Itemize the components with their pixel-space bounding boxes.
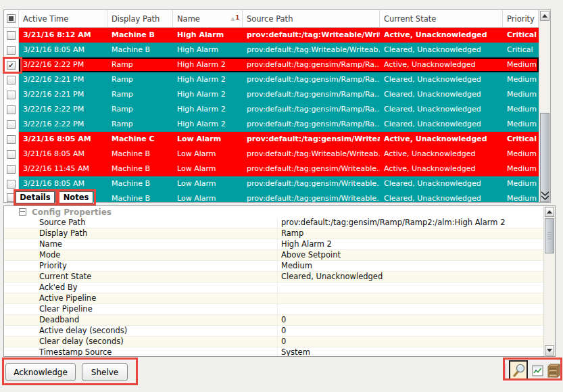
row-checkbox-cell[interactable] <box>4 176 19 191</box>
cell-source-path: prov:default:/tag:gensim/Ramp/Ra... <box>243 87 380 102</box>
property-name: Mode <box>4 250 277 260</box>
table-row[interactable]: 3/21/16 8:05 AM Machine B Low Alarm prov… <box>4 147 539 162</box>
row-checkbox[interactable] <box>7 31 16 40</box>
column-header-name[interactable]: Name ▲ 1 <box>173 10 243 27</box>
table-row[interactable]: 3/21/16 8:12 AM Machine B High Alarm pro… <box>4 28 539 43</box>
property-name: Deadband <box>4 315 277 325</box>
cell-display-path: Ramp <box>107 102 173 117</box>
table-row[interactable]: 3/21/16 8:05 AM Machine B Low Alarm prov… <box>4 176 539 191</box>
cell-active-time: 3/21/16 8:05 AM <box>19 132 107 147</box>
row-checkbox[interactable] <box>7 120 16 129</box>
config-properties-title: Config Properties <box>32 207 112 217</box>
cell-name: Low Alarm <box>173 191 243 202</box>
cell-priority: Medium <box>503 57 539 72</box>
cell-name: Low Alarm <box>173 132 243 147</box>
table-row[interactable]: 3/22/16 11:45 AM Machine B Low Alarm pro… <box>4 162 539 176</box>
property-value: Ramp <box>277 228 543 239</box>
row-checkbox[interactable] <box>7 165 16 174</box>
property-name: Timestamp Source <box>4 347 277 356</box>
row-checkbox-cell[interactable] <box>4 162 19 176</box>
shelf-button[interactable] <box>546 363 560 378</box>
cell-display-path: Machine C <box>107 132 173 147</box>
props-scrollbar-thumb[interactable] <box>545 218 554 253</box>
row-checkbox[interactable] <box>7 180 16 189</box>
property-name: Ack'ed By <box>4 283 277 293</box>
table-scrollbar-thumb[interactable] <box>540 113 549 202</box>
properties-scrollbar[interactable] <box>543 206 555 356</box>
table-row[interactable]: 3/21/16 8:05 AM Machine C Low Alarm prov… <box>4 132 539 147</box>
cell-priority: Medium <box>503 117 539 132</box>
property-value: 0 <box>277 326 543 336</box>
table-row[interactable]: 3/22/16 2:22 PM Ramp High Alarm 2 prov:d… <box>4 117 539 132</box>
scroll-up-button[interactable] <box>540 11 549 21</box>
property-name: Source Path <box>4 218 277 228</box>
cell-current-state: Active, Unacknowledged <box>380 162 503 176</box>
cell-display-path: Machine B <box>107 162 173 176</box>
config-properties-panel: Config Properties Source Path prov:defau… <box>3 205 556 357</box>
property-value: Above Setpoint <box>277 250 543 260</box>
select-all-checkbox[interactable] <box>7 14 16 23</box>
sort-ascending-icon: ▲ <box>230 16 235 22</box>
table-row[interactable]: 3/22/16 2:22 PM Ramp High Alarm 2 prov:d… <box>4 102 539 117</box>
cell-current-state: Cleared, Unacknowledged <box>380 43 503 57</box>
table-row[interactable]: 3/22/16 2:21 PM Ramp High Alarm 2 prov:d… <box>4 87 539 102</box>
property-row: Current State Cleared, Unacknowledged <box>4 272 543 283</box>
row-checkbox[interactable] <box>7 91 16 99</box>
table-row[interactable]: 3/22/16 2:21 PM Ramp High Alarm 2 prov:d… <box>4 72 539 87</box>
cell-priority: Medium <box>503 72 539 87</box>
magnifier-button[interactable] <box>509 360 528 381</box>
row-checkbox[interactable] <box>7 150 16 159</box>
row-checkbox-cell[interactable] <box>4 28 19 43</box>
cell-priority: Medium <box>503 87 539 102</box>
property-row: Active Pipeline <box>4 293 543 304</box>
row-checkbox[interactable]: ✔ <box>7 61 16 70</box>
property-row: Priority Medium <box>4 261 543 272</box>
cell-name: High Alarm 2 <box>173 72 243 87</box>
table-row[interactable]: ✔ 3/22/16 2:22 PM Ramp High Alarm 2 prov… <box>4 57 539 72</box>
property-value: 0 <box>277 337 543 347</box>
row-checkbox[interactable] <box>7 193 16 202</box>
row-checkbox-cell[interactable] <box>4 43 19 57</box>
chart-icon <box>532 365 544 377</box>
toolbar-separator <box>506 364 506 378</box>
row-checkbox[interactable] <box>7 76 16 84</box>
column-header-current-state[interactable]: Current State <box>380 10 503 27</box>
column-header-source-path[interactable]: Source Path <box>243 10 380 27</box>
shelve-button[interactable]: Shelve <box>82 363 128 381</box>
tab-notes[interactable]: Notes <box>59 191 93 203</box>
column-header-display-path[interactable]: Display Path <box>107 10 173 27</box>
select-all-checkbox-cell[interactable] <box>4 10 19 27</box>
acknowledge-button[interactable]: Acknowledge <box>5 363 76 381</box>
cell-active-time: 3/22/16 2:21 PM <box>19 72 107 87</box>
row-checkbox-cell[interactable] <box>4 117 19 132</box>
double-chevron-down-icon[interactable] <box>540 191 549 201</box>
column-header-active-time[interactable]: Active Time <box>19 10 107 27</box>
props-scroll-down-button[interactable] <box>545 345 554 356</box>
row-checkbox-cell[interactable]: ✔ <box>4 57 19 72</box>
row-checkbox-cell[interactable] <box>4 102 19 117</box>
collapse-icon[interactable] <box>19 208 26 216</box>
table-scrollbar[interactable] <box>539 10 550 202</box>
cell-priority: Medium <box>503 162 539 176</box>
row-checkbox-cell[interactable] <box>4 147 19 162</box>
cell-active-time: 3/21/16 8:05 AM <box>19 147 107 162</box>
row-checkbox-cell[interactable] <box>4 132 19 147</box>
cell-priority: Medium <box>503 147 539 162</box>
row-checkbox-cell[interactable] <box>4 87 19 102</box>
chart-button[interactable] <box>531 364 544 377</box>
cell-source-path: prov:default:/tag:gensim/Ramp/Ra... <box>243 72 380 87</box>
property-row: Timestamp Source System <box>4 347 543 356</box>
tab-details[interactable]: Details <box>16 191 55 203</box>
row-checkbox[interactable] <box>7 105 16 114</box>
cell-name: Low Alarm <box>173 162 243 176</box>
property-value: Medium <box>277 261 543 271</box>
property-row: Source Path prov:default:/tag:gensim/Ram… <box>4 218 543 228</box>
props-scroll-up-button[interactable] <box>545 207 554 217</box>
table-row[interactable]: 3/21/16 8:05 AM Machine B High Alarm pro… <box>4 43 539 57</box>
row-checkbox[interactable] <box>7 46 16 55</box>
cell-priority: Medium <box>503 102 539 117</box>
column-header-priority[interactable]: Priority <box>503 10 539 27</box>
row-checkbox-cell[interactable] <box>4 72 19 87</box>
row-checkbox[interactable] <box>7 135 16 144</box>
property-row: Display Path Ramp <box>4 228 543 239</box>
